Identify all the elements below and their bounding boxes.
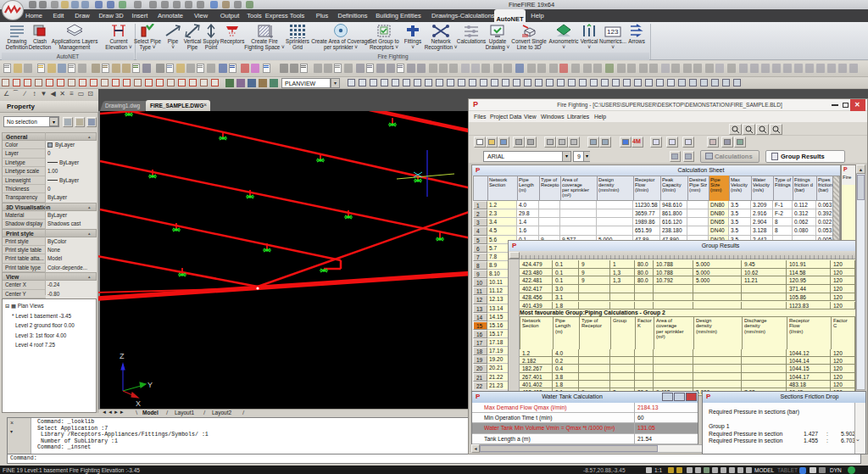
svg-text:X: X <box>136 399 141 408</box>
svg-text:123: 123 <box>607 28 619 36</box>
svg-text:Z: Z <box>120 352 125 360</box>
svg-text:Y: Y <box>147 381 153 389</box>
